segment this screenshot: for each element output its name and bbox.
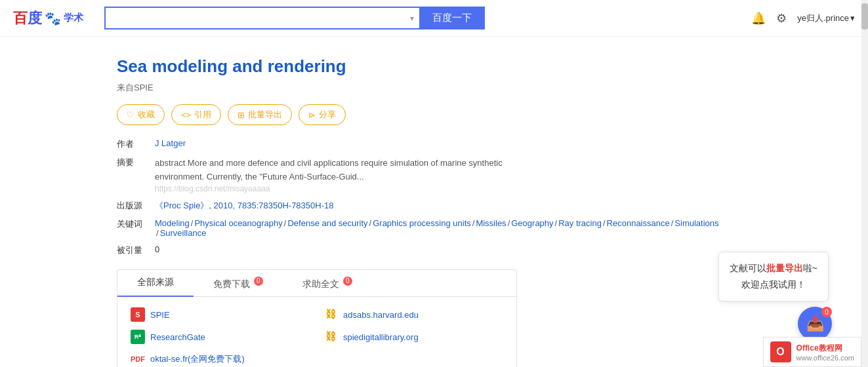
sources-right: ⛓ adsabs.harvard.edu ⛓ spiedigitallibrar… <box>323 307 503 366</box>
tabs-header: 全部来源 免费下载 0 求助全文 0 <box>117 270 516 298</box>
keyword-modeling[interactable]: Modeling <box>155 218 190 228</box>
author-label: 作者 <box>117 138 147 150</box>
fab-button[interactable]: 📤 0 <box>798 307 832 341</box>
keyword-missiles[interactable]: Missiles <box>476 218 506 228</box>
code-icon: <> <box>181 110 191 120</box>
header: 百度 🐾 学术 ▾ 百度一下 🔔 ⚙ ye归人.prince ▾ <box>0 0 868 37</box>
keyword-reconnaissance[interactable]: Reconnaissance <box>607 218 670 228</box>
citations-label: 被引量 <box>117 244 147 256</box>
user-menu[interactable]: ye归人.prince ▾ <box>797 12 855 24</box>
publication-value: 《Proc Spie》, 2010, 7835:78350H-78350H-18 <box>155 200 333 212</box>
citations-value: 0 <box>155 244 159 256</box>
sources-left: S SPIE R⁴ ResearchGate PDF oktal-se.fr(全… <box>131 307 310 366</box>
abstract-text: abstract More and more defence and civil… <box>155 158 503 182</box>
sources-grid: S SPIE R⁴ ResearchGate PDF oktal-se.fr(全… <box>117 297 516 367</box>
heart-icon: ♡ <box>127 110 134 120</box>
bell-icon[interactable]: 🔔 <box>751 11 766 26</box>
fab-badge: 0 <box>821 307 832 317</box>
keyword-geography[interactable]: Geography <box>511 218 553 228</box>
keyword-graphics-processing-units[interactable]: Graphics processing units <box>373 218 471 228</box>
keyword-physical-oceanography[interactable]: Physical oceanography <box>194 218 282 228</box>
abstract-row: 摘要 abstract More and more defence and ci… <box>117 157 723 193</box>
sources-panel: 全部来源 免费下载 0 求助全文 0 S SPIE R⁴ ResearchGat… <box>117 269 517 367</box>
publication-row: 出版源 《Proc Spie》, 2010, 7835:78350H-78350… <box>117 200 723 212</box>
source-adsabs: ⛓ adsabs.harvard.edu <box>323 307 503 322</box>
link-icon-1: ⛓ <box>323 307 338 322</box>
citations-row: 被引量 0 <box>117 244 723 256</box>
source-oktal: PDF oktal-se.fr(全网免费下载) <box>131 352 310 366</box>
author-row: 作者 J Latger <box>117 138 723 150</box>
author-link[interactable]: J Latger <box>155 138 186 148</box>
keyword-ray-tracing[interactable]: Ray tracing <box>558 218 602 228</box>
scrollbar-thumb[interactable] <box>861 3 868 29</box>
action-buttons: ♡ 收藏 <> 引用 ⊞ 批量导出 ⊳ 分享 <box>117 104 723 125</box>
adsabs-link[interactable]: adsabs.harvard.edu <box>343 310 419 320</box>
tooltip-highlight: 批量导出 <box>766 263 803 273</box>
spie-icon: S <box>131 307 145 322</box>
paw-icon: 🐾 <box>45 10 61 26</box>
bulk-export-tooltip: 文献可以批量导出啦~欢迎点我试用！ <box>718 252 829 301</box>
publication-label: 出版源 <box>117 200 147 212</box>
paper-source: 来自SPIE <box>117 82 723 94</box>
oktal-link[interactable]: oktal-se.fr(全网免费下载) <box>150 353 245 365</box>
scrollbar[interactable] <box>861 0 868 367</box>
pdf-icon: PDF <box>131 352 145 366</box>
share-icon: ⊳ <box>308 110 316 120</box>
header-right: 🔔 ⚙ ye归人.prince ▾ <box>751 11 855 26</box>
spie-link[interactable]: SPIE <box>150 310 170 320</box>
researchgate-icon: R⁴ <box>131 330 145 344</box>
paper-title: Sea modeling and rendering <box>117 56 723 77</box>
spiedigital-link[interactable]: spiedigitallibrary.org <box>343 332 419 342</box>
office-banner: O Office教程网 www.office26.com <box>763 337 861 367</box>
tab-all-sources[interactable]: 全部来源 <box>117 270 194 298</box>
source-spie-digital: ⛓ spiedigitallibrary.org <box>323 330 503 344</box>
search-input-wrap: ▾ <box>104 7 419 29</box>
keyword-defense-and-security[interactable]: Defense and security <box>287 218 367 228</box>
author-value: J Latger <box>155 138 186 150</box>
cite-button[interactable]: <> 引用 <box>171 104 221 125</box>
search-bar: ▾ 百度一下 <box>104 7 485 29</box>
source-researchgate: R⁴ ResearchGate <box>131 330 310 344</box>
search-button[interactable]: 百度一下 <box>419 7 485 29</box>
watermark: https://blog.csdn.net/misayaaaaa <box>155 184 522 193</box>
search-dropdown-button[interactable]: ▾ <box>405 14 419 23</box>
export-button[interactable]: ⊞ 批量导出 <box>228 104 292 125</box>
keywords-label: 关键词 <box>117 218 147 238</box>
request-full-badge: 0 <box>343 277 352 286</box>
source-spie: S SPIE <box>131 307 310 322</box>
gear-icon[interactable]: ⚙ <box>776 11 787 26</box>
main-content: Sea modeling and rendering 来自SPIE ♡ 收藏 <… <box>0 37 840 367</box>
abstract-label: 摘要 <box>117 157 147 193</box>
collect-button[interactable]: ♡ 收藏 <box>117 104 165 125</box>
tab-free-download[interactable]: 免费下载 0 <box>194 270 283 297</box>
researchgate-link[interactable]: ResearchGate <box>150 332 205 342</box>
keywords-list: Modeling / Physical oceanography / Defen… <box>155 218 723 238</box>
metadata-section: 作者 J Latger 摘要 abstract More and more de… <box>117 138 723 256</box>
fab-icon: 📤 <box>806 315 824 332</box>
search-input[interactable] <box>106 9 405 28</box>
keywords-row: 关键词 Modeling / Physical oceanography / D… <box>117 218 723 238</box>
free-download-badge: 0 <box>254 277 263 286</box>
keyword-simulations[interactable]: Simulations <box>674 218 718 228</box>
baidu-wordmark: 百度 <box>13 9 42 28</box>
baidu-logo[interactable]: 百度 🐾 学术 <box>13 9 83 28</box>
office-text: Office教程网 www.office26.com <box>796 343 854 362</box>
abstract-content: abstract More and more defence and civil… <box>155 157 522 193</box>
share-button[interactable]: ⊳ 分享 <box>299 104 346 125</box>
tab-request-full[interactable]: 求助全文 0 <box>283 270 372 297</box>
office-icon: O <box>770 341 791 362</box>
xueshu-label: 学术 <box>64 12 83 24</box>
publication-link[interactable]: 《Proc Spie》, 2010, 7835:78350H-78350H-18 <box>155 201 333 210</box>
export-icon: ⊞ <box>238 110 245 120</box>
link-icon-2: ⛓ <box>323 330 338 344</box>
keyword-surveillance[interactable]: Surveillance <box>160 228 207 238</box>
